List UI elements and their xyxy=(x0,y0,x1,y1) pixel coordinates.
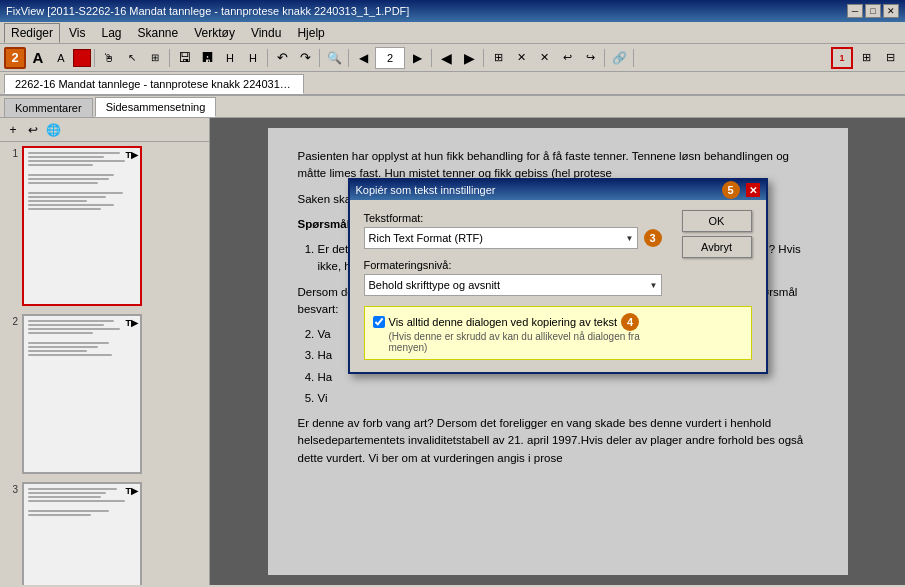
tool-8[interactable]: ↩ xyxy=(556,47,578,69)
thumb-content-3 xyxy=(24,484,140,585)
sep6 xyxy=(431,49,432,67)
formateringsnivaa-select-wrap: Behold skrifttype og avsnitt Bare tekst xyxy=(364,274,662,296)
undo-btn[interactable]: ↶ xyxy=(271,47,293,69)
checkbox-label: Vis alltid denne dialogen ved kopiering … xyxy=(389,316,618,328)
sidebar-btn-plus[interactable]: + xyxy=(4,121,22,139)
maximize-button[interactable]: □ xyxy=(865,4,881,18)
sep5 xyxy=(348,49,349,67)
checkbox-line: Vis alltid denne dialogen ved kopiering … xyxy=(373,313,661,331)
tool-6[interactable]: H xyxy=(219,47,241,69)
thumb-item-3[interactable]: 3 T▶ xyxy=(4,482,205,585)
badge-1-label: 1 xyxy=(839,53,844,63)
nav-back[interactable]: ◀ xyxy=(352,47,374,69)
minimize-button[interactable]: ─ xyxy=(847,4,863,18)
formateringsnivaa-label: Formateringsnivå: xyxy=(364,259,662,271)
thumb-t-marker-2: T▶ xyxy=(126,318,139,328)
search-btn[interactable]: 🔍 xyxy=(323,47,345,69)
thumb-t-marker-3: T▶ xyxy=(126,486,139,496)
ok-button[interactable]: OK xyxy=(682,210,752,232)
zoom-out[interactable]: ◀ xyxy=(435,47,457,69)
sep9 xyxy=(633,49,634,67)
sep8 xyxy=(604,49,605,67)
sidebar-toolbar: + ↩ 🌐 xyxy=(0,118,209,142)
thumb-img-1[interactable]: T▶ xyxy=(22,146,142,306)
tab-row: 2262-16 Mandat tannlege - tannprotese kn… xyxy=(0,72,905,96)
main-layout: + ↩ 🌐 1 T▶ xyxy=(0,118,905,585)
tool-4[interactable]: 🖫 xyxy=(173,47,195,69)
menu-hjelp[interactable]: Hjelp xyxy=(290,23,331,43)
menu-skanne[interactable]: Skanne xyxy=(131,23,186,43)
thumb-content-1 xyxy=(24,148,140,304)
badge-2-label: 2 xyxy=(11,50,18,65)
tool-2[interactable]: ↖ xyxy=(121,47,143,69)
tool-10[interactable]: 🔗 xyxy=(608,47,630,69)
font-a-small[interactable]: A xyxy=(50,47,72,69)
tool-5[interactable]: 🖪 xyxy=(196,47,218,69)
zoom-in[interactable]: ▶ xyxy=(458,47,480,69)
tool-11[interactable]: ⊞ xyxy=(855,47,877,69)
badge-5: 5 xyxy=(722,181,740,199)
menu-vis[interactable]: Vis xyxy=(62,23,92,43)
sidebar-btn-globe[interactable]: 🌐 xyxy=(44,121,62,139)
dialog-title-right: 5 ✕ xyxy=(722,181,760,199)
tool-9[interactable]: ↪ xyxy=(579,47,601,69)
fit-page[interactable]: ⊞ xyxy=(487,47,509,69)
thumb-content-2 xyxy=(24,316,140,472)
tool-12[interactable]: ⊟ xyxy=(879,47,901,69)
menu-verktoy[interactable]: Verktøy xyxy=(187,23,242,43)
red-square-btn[interactable] xyxy=(73,49,91,67)
tekstformat-select[interactable]: Rich Text Format (RTF) Plain Text Unicod… xyxy=(364,227,638,249)
tab-sidesammensetning[interactable]: Sidesammensetning xyxy=(95,97,217,117)
sep3 xyxy=(267,49,268,67)
tekstformat-select-wrap: Rich Text Format (RTF) Plain Text Unicod… xyxy=(364,227,638,249)
toolbar-right: 1 ⊞ ⊟ xyxy=(831,47,901,69)
sidebar-btn-arrow[interactable]: ↩ xyxy=(24,121,42,139)
dialog-close-button[interactable]: ✕ xyxy=(746,183,760,197)
content-area: Pasienten har opplyst at hun fikk behand… xyxy=(210,118,905,585)
title-bar: FixView [2011-S2262-16 Mandat tannlege -… xyxy=(0,0,905,22)
badge-3: 3 xyxy=(644,229,662,247)
thumb-img-3[interactable]: T▶ xyxy=(22,482,142,585)
avbryt-button[interactable]: Avbryt xyxy=(682,236,752,258)
tool-3[interactable]: ⊞ xyxy=(144,47,166,69)
badge-1-button[interactable]: 1 xyxy=(831,47,853,69)
font-a-large[interactable]: A xyxy=(27,47,49,69)
toolbar: 2 A A 🖱 ↖ ⊞ 🖫 🖪 H H ↶ ↷ 🔍 ◀ 2 ▶ ◀ ▶ ⊞ ✕ … xyxy=(0,44,905,72)
title-bar-text: FixView [2011-S2262-16 Mandat tannlege -… xyxy=(6,5,409,17)
dialog-buttons: OK Avbryt xyxy=(682,210,752,258)
tool-1[interactable]: 🖱 xyxy=(98,47,120,69)
tekstformat-select-row: Rich Text Format (RTF) Plain Text Unicod… xyxy=(364,227,662,249)
thumb-item-2[interactable]: 2 T▶ xyxy=(4,314,205,474)
sep1 xyxy=(94,49,95,67)
sep7 xyxy=(483,49,484,67)
nav-fwd[interactable]: ▶ xyxy=(406,47,428,69)
doc-tab[interactable]: 2262-16 Mandat tannlege - tannprotese kn… xyxy=(4,74,304,94)
menu-lag[interactable]: Lag xyxy=(94,23,128,43)
show-dialog-checkbox[interactable] xyxy=(373,316,385,328)
redo-btn[interactable]: ↷ xyxy=(294,47,316,69)
rotate[interactable]: ✕ xyxy=(510,47,532,69)
menu-vindu[interactable]: Vindu xyxy=(244,23,288,43)
menu-rediger[interactable]: Rediger xyxy=(4,23,60,43)
dialog-overlay: Kopiér som tekst innstillinger 5 ✕ OK Av… xyxy=(210,118,905,585)
close-button[interactable]: ✕ xyxy=(883,4,899,18)
tab-kommentarer[interactable]: Kommentarer xyxy=(4,98,93,117)
page-num: 2 xyxy=(375,47,405,69)
checkbox-content: Vis alltid denne dialogen ved kopiering … xyxy=(373,313,661,353)
dialog-body: OK Avbryt Tekstformat: Rich Text Format … xyxy=(350,200,766,372)
menu-bar: Rediger Vis Lag Skanne Verktøy Vindu Hje… xyxy=(0,22,905,44)
checkbox-row: Vis alltid denne dialogen ved kopiering … xyxy=(364,306,752,360)
page-container: Pasienten har opplyst at hun fikk behand… xyxy=(210,118,905,585)
thumb-num-2: 2 xyxy=(4,314,18,327)
formateringsnivaa-row: Formateringsnivå: Behold skrifttype og a… xyxy=(364,259,752,296)
title-bar-controls[interactable]: ─ □ ✕ xyxy=(847,4,899,18)
dialog-title: Kopiér som tekst innstillinger xyxy=(356,184,496,196)
sep4 xyxy=(319,49,320,67)
badge-2-button[interactable]: 2 xyxy=(4,47,26,69)
tool-7[interactable]: H xyxy=(242,47,264,69)
formateringsnivaa-select[interactable]: Behold skrifttype og avsnitt Bare tekst xyxy=(364,274,662,296)
thumb-img-2[interactable]: T▶ xyxy=(22,314,142,474)
rotate2[interactable]: ✕ xyxy=(533,47,555,69)
dialog-titlebar: Kopiér som tekst innstillinger 5 ✕ xyxy=(350,180,766,200)
thumb-item-1[interactable]: 1 T▶ xyxy=(4,146,205,306)
